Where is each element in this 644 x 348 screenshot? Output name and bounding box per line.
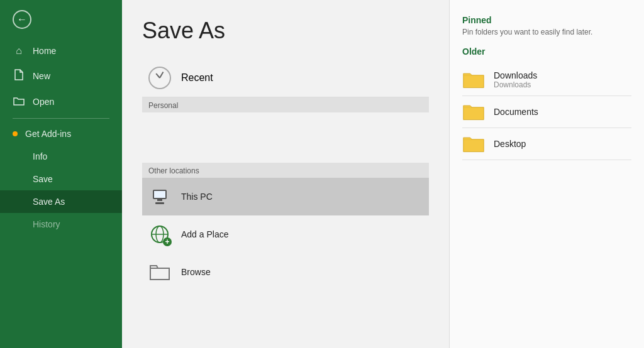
add-a-place-option[interactable]: + Add a Place bbox=[142, 215, 429, 253]
browse-label: Browse bbox=[181, 267, 211, 277]
clock-icon-box bbox=[148, 67, 171, 89]
downloads-folder-info: Downloads Downloads bbox=[494, 70, 537, 89]
main-content: Save As Recent Personal Other locations bbox=[122, 0, 449, 348]
pinned-label: Pinned bbox=[462, 15, 631, 25]
sidebar-item-info[interactable]: Info bbox=[0, 145, 122, 168]
pc-monitor-icon bbox=[153, 190, 167, 199]
desktop-folder-name: Desktop bbox=[494, 139, 526, 149]
sidebar-divider bbox=[13, 118, 109, 119]
globe-plus-icon: + bbox=[163, 237, 172, 246]
desktop-folder-icon bbox=[462, 134, 485, 153]
other-locations-section-label: Other locations bbox=[142, 163, 429, 178]
folder-item-desktop[interactable]: Desktop bbox=[462, 128, 631, 160]
older-label: Older bbox=[462, 46, 631, 57]
this-pc-label: This PC bbox=[181, 192, 213, 202]
pc-icon bbox=[148, 185, 171, 208]
pinned-desc: Pin folders you want to easily find late… bbox=[462, 28, 631, 36]
recent-option[interactable]: Recent bbox=[142, 59, 429, 97]
home-icon: ⌂ bbox=[13, 45, 25, 57]
sidebar-item-save-as[interactable]: Save As bbox=[0, 190, 122, 213]
folder-item-downloads[interactable]: Downloads Downloads bbox=[462, 64, 631, 96]
recent-label: Recent bbox=[181, 72, 213, 84]
browse-option[interactable]: Browse bbox=[142, 253, 429, 291]
this-pc-option[interactable]: This PC bbox=[142, 178, 429, 215]
downloads-folder-icon bbox=[462, 70, 485, 89]
sidebar-item-save[interactable]: Save bbox=[0, 168, 122, 190]
sidebar-item-open[interactable]: Open bbox=[0, 89, 122, 114]
sidebar-item-open-label: Open bbox=[33, 97, 54, 107]
browse-folder-icon bbox=[149, 263, 170, 281]
sidebar-item-home[interactable]: ⌂ Home bbox=[0, 39, 122, 63]
sidebar-item-new[interactable]: New bbox=[0, 63, 122, 89]
page-title: Save As bbox=[142, 18, 429, 44]
clock-icon bbox=[148, 67, 171, 89]
back-button[interactable]: ← bbox=[0, 0, 122, 39]
desktop-folder-info: Desktop bbox=[494, 139, 526, 149]
addins-dot-icon bbox=[13, 131, 18, 136]
right-panel: Pinned Pin folders you want to easily fi… bbox=[449, 0, 644, 348]
sidebar-item-history[interactable]: History bbox=[0, 213, 122, 236]
downloads-folder-name: Downloads bbox=[494, 70, 537, 80]
sidebar-item-addins-label: Get Add-ins bbox=[25, 129, 71, 139]
sidebar-item-save-as-label: Save As bbox=[33, 197, 65, 207]
locations-panel: Recent Personal Other locations This PC bbox=[142, 59, 429, 335]
documents-folder-name: Documents bbox=[494, 107, 538, 117]
clock-minute-hand bbox=[159, 72, 164, 79]
documents-folder-info: Documents bbox=[494, 107, 538, 117]
open-icon bbox=[13, 95, 25, 108]
sidebar-item-get-addins[interactable]: Get Add-ins bbox=[0, 122, 122, 145]
sidebar-item-home-label: Home bbox=[33, 46, 56, 56]
globe-icon-box: + bbox=[148, 223, 171, 246]
documents-folder-icon bbox=[462, 102, 485, 121]
sidebar-item-save-label: Save bbox=[33, 174, 53, 184]
add-a-place-label: Add a Place bbox=[181, 229, 229, 239]
folder-item-documents[interactable]: Documents bbox=[462, 96, 631, 128]
sidebar-item-new-label: New bbox=[33, 71, 50, 81]
pc-base-icon bbox=[155, 202, 164, 204]
new-icon bbox=[13, 69, 25, 83]
personal-section-label: Personal bbox=[142, 97, 429, 112]
downloads-folder-sub: Downloads bbox=[494, 80, 537, 89]
sidebar-item-history-label: History bbox=[33, 219, 60, 229]
sidebar: ← ⌂ Home New Open Get Add-ins Info S bbox=[0, 0, 122, 348]
back-circle-icon: ← bbox=[13, 10, 31, 29]
pc-icon-box bbox=[148, 185, 171, 208]
sidebar-item-info-label: Info bbox=[33, 151, 47, 161]
browse-icon-box bbox=[148, 261, 171, 283]
globe-icon-container: + bbox=[150, 224, 170, 244]
personal-section-empty bbox=[142, 112, 429, 163]
